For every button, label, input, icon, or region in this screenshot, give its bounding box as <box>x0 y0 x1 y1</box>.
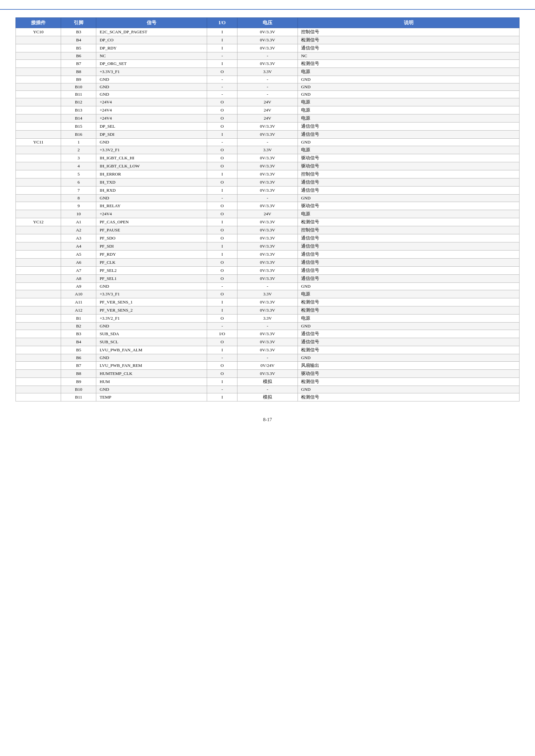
cell-voltage: 0V/3.3V <box>237 123 297 131</box>
cell-pin: A2 <box>61 226 96 234</box>
col-header-connector: 接插件 <box>16 18 61 28</box>
table-row: B7DP_ORG_SETI0V/3.3V检测信号 <box>16 60 520 68</box>
cell-io: O <box>207 114 238 123</box>
cell-io: I <box>207 218 238 226</box>
cell-io: I <box>207 187 238 194</box>
cell-pin: B5 <box>61 44 96 52</box>
cell-connector <box>16 323 61 330</box>
cell-signal: IH_RXD <box>96 187 207 194</box>
cell-voltage: 24V <box>237 98 297 106</box>
table-row: B5DP_RDYI0V/3.3V通信信号 <box>16 44 520 52</box>
page-number: 8-17 <box>263 417 272 422</box>
cell-description: 驱动信号 <box>298 370 520 378</box>
cell-connector <box>16 234 61 243</box>
cell-description: 通信信号 <box>298 243 520 250</box>
cell-signal: GND <box>96 194 207 202</box>
cell-connector <box>16 259 61 267</box>
table-row: B6GND--GND <box>16 354 520 362</box>
col-header-pin: 引脚 <box>61 18 96 28</box>
cell-connector <box>16 131 61 139</box>
cell-connector <box>16 314 61 323</box>
cell-voltage: 0V/3.3V <box>237 346 297 354</box>
cell-voltage: 0V/3.3V <box>237 131 297 139</box>
table-row: A5PF_RDYI0V/3.3V通信信号 <box>16 250 520 259</box>
cell-io: - <box>207 354 238 362</box>
cell-io: I <box>207 243 238 250</box>
cell-signal: SUB_SDA <box>96 330 207 338</box>
cell-io: - <box>207 139 238 146</box>
cell-io: - <box>207 83 238 91</box>
table-row: 9IH_RELAYO0V/3.3V驱动信号 <box>16 202 520 210</box>
cell-io: I <box>207 306 238 314</box>
page-header <box>0 0 535 10</box>
table-row: B1+3.3V2_F1O3.3V电源 <box>16 314 520 323</box>
cell-io: - <box>207 76 238 83</box>
cell-description: 风扇输出 <box>298 362 520 370</box>
cell-connector <box>16 36 61 44</box>
col-header-voltage: 电压 <box>237 18 297 28</box>
table-row: B16DP_SDII0V/3.3V通信信号 <box>16 131 520 139</box>
cell-io: I/O <box>207 330 238 338</box>
table-row: A8PF_SEL1O0V/3.3V通信信号 <box>16 275 520 283</box>
cell-io: I <box>207 378 238 386</box>
cell-voltage: 3.3V <box>237 68 297 76</box>
cell-connector <box>16 202 61 210</box>
cell-signal: +3.3V2_F1 <box>96 314 207 323</box>
table-row: B5LVU_PWB_FAN_ALMI0V/3.3V检测信号 <box>16 346 520 354</box>
cell-pin: B11 <box>61 91 96 98</box>
table-row: B12+24V4O24V电源 <box>16 98 520 106</box>
cell-io: O <box>207 290 238 298</box>
cell-description: 控制信号 <box>298 170 520 178</box>
table-row: YC12A1PF_CAS_OPENI0V/3.3V检测信号 <box>16 218 520 226</box>
cell-description: 驱动信号 <box>298 162 520 170</box>
cell-voltage: 0V/3.3V <box>237 226 297 234</box>
cell-voltage: 0V/3.3V <box>237 36 297 44</box>
cell-pin: B8 <box>61 68 96 76</box>
cell-description: 电源 <box>298 314 520 323</box>
cell-connector: YC10 <box>16 28 61 36</box>
cell-pin: 8 <box>61 194 96 202</box>
cell-pin: B15 <box>61 123 96 131</box>
col-header-signal: 信号 <box>96 18 207 28</box>
cell-signal: HUM <box>96 378 207 386</box>
cell-description: GND <box>298 91 520 98</box>
cell-voltage: 3.3V <box>237 314 297 323</box>
cell-description: 控制信号 <box>298 28 520 36</box>
cell-voltage: 0V/3.3V <box>237 28 297 36</box>
table-row: B10GND--GND <box>16 83 520 91</box>
cell-pin: B3 <box>61 28 96 36</box>
cell-signal: TEMP <box>96 393 207 401</box>
table-row: B11GND--GND <box>16 91 520 98</box>
cell-voltage: - <box>237 283 297 290</box>
cell-signal: PF_RDY <box>96 250 207 259</box>
cell-voltage: 24V <box>237 114 297 123</box>
cell-pin: A9 <box>61 283 96 290</box>
table-row: B9HUMI模拟检测信号 <box>16 378 520 386</box>
table-row: YC111GND--GND <box>16 139 520 146</box>
cell-pin: B9 <box>61 76 96 83</box>
cell-pin: B6 <box>61 52 96 60</box>
cell-description: 检测信号 <box>298 306 520 314</box>
cell-signal: PF_CLK <box>96 259 207 267</box>
table-body: YC10B3E2C_SCAN_DP_PAGESTI0V/3.3V控制信号B4DP… <box>16 28 520 401</box>
cell-voltage: 3.3V <box>237 146 297 154</box>
cell-voltage: - <box>237 323 297 330</box>
table-row: A2PF_PAUSEO0V/3.3V控制信号 <box>16 226 520 234</box>
cell-connector <box>16 60 61 68</box>
cell-description: 电源 <box>298 114 520 123</box>
cell-io: I <box>207 44 238 52</box>
page-footer: 8-17 <box>0 412 535 425</box>
cell-description: 检测信号 <box>298 393 520 401</box>
cell-signal: PF_SDI <box>96 243 207 250</box>
cell-connector: YC11 <box>16 139 61 146</box>
cell-voltage: - <box>237 52 297 60</box>
cell-signal: DP_CO <box>96 36 207 44</box>
table-row: A10+3.3V3_F1O3.3V电源 <box>16 290 520 298</box>
cell-connector <box>16 290 61 298</box>
cell-connector <box>16 68 61 76</box>
cell-connector <box>16 250 61 259</box>
cell-pin: A5 <box>61 250 96 259</box>
table-row: A3PF_SDOO0V/3.3V通信信号 <box>16 234 520 243</box>
cell-voltage: - <box>237 76 297 83</box>
cell-voltage: 0V/3.3V <box>237 259 297 267</box>
